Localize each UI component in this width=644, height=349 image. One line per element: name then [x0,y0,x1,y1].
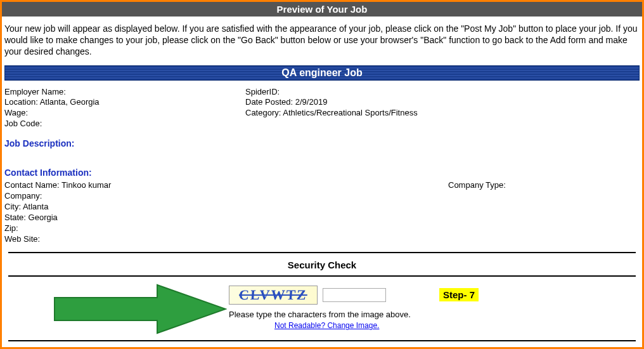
job-description-heading: Job Description: [2,133,642,151]
website-label: Web Site: [4,234,448,245]
divider [8,252,636,253]
security-check-heading: Security Check [2,257,642,272]
location-line: Location: Atlanta, Georgia [4,97,245,108]
wage-label: Wage: [4,108,245,119]
captcha-instruction: Please type the characters from the imag… [229,310,411,319]
captcha-input[interactable] [323,288,386,302]
divider [8,275,636,277]
job-title: QA engineer Job [281,67,362,78]
job-title-bar: QA engineer Job [4,65,640,81]
job-code-label: Job Code: [4,119,245,129]
category-line: Category: Athletics/Recreational Sports/… [245,108,473,119]
divider [8,340,636,341]
page-title: Preview of Your Job [277,4,368,15]
company-type-label: Company Type: [448,180,640,191]
page-title-bar: Preview of Your Job [2,2,642,16]
change-captcha-link[interactable]: Not Readable? Change Image. [274,321,379,330]
contact-name-line: Contact Name: Tinkoo kumar [4,180,448,191]
svg-marker-0 [55,285,226,333]
company-label: Company: [4,191,448,202]
date-posted-line: Date Posted: 2/9/2019 [245,97,473,108]
spiderid-label: SpiderID: [245,87,473,98]
intro-text: Your new job will appear as displayed be… [2,16,642,65]
contact-block: Contact Name: Tinkoo kumar Company: City… [2,180,642,248]
security-row: CLVWTZ Please type the characters from t… [2,280,642,336]
captcha-text: CLVWTZ [238,287,308,303]
captcha-image: CLVWTZ [229,286,318,305]
job-details: Employer Name: Location: Atlanta, Georgi… [2,81,642,134]
zip-label: Zip: [4,223,448,234]
step-badge: Step- 7 [439,288,479,301]
contact-information-heading: Contact Information: [2,162,642,180]
employer-name-label: Employer Name: [4,87,245,98]
city-line: City: Atlanta [4,202,448,213]
state-line: State: Georgia [4,213,448,223]
buttons-row: << Go Back Post My Job [2,345,642,349]
arrow-right-icon [49,284,227,334]
